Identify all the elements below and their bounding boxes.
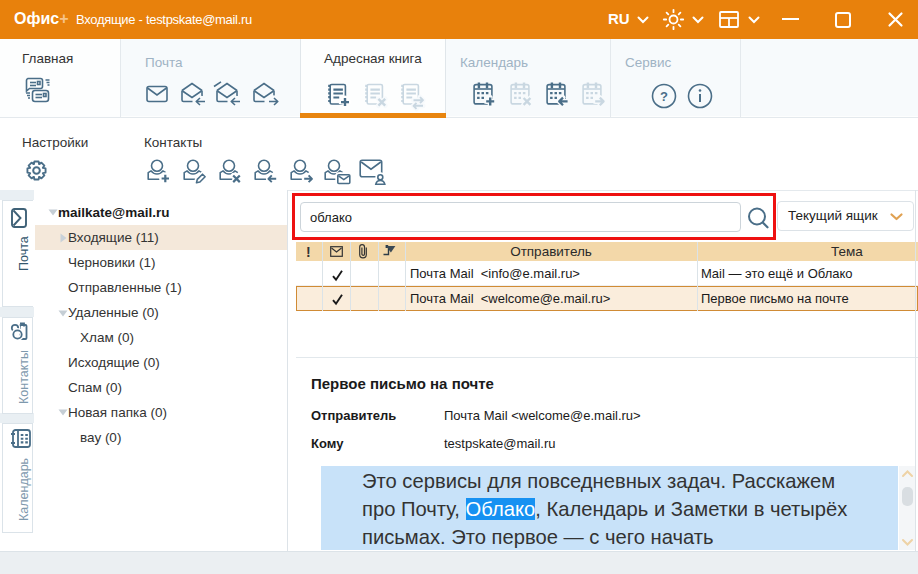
svg-text:?: ? — [660, 89, 668, 104]
